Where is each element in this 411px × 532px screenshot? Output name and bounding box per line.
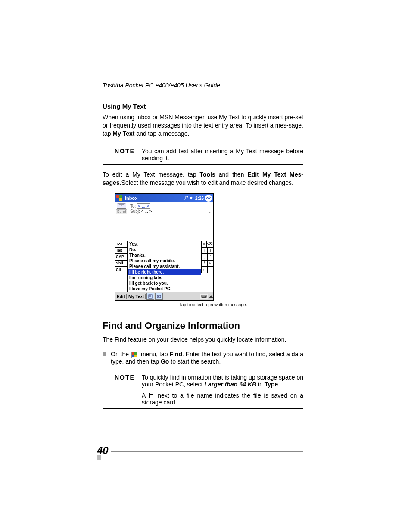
key[interactable]: [ <box>201 247 207 254</box>
address-icon[interactable] <box>155 293 163 300</box>
bold-go: Go <box>161 358 169 365</box>
note-p1: To quickly find information that is taki… <box>142 374 303 388</box>
callout-text: Tap to select a prewritten message. <box>179 302 303 307</box>
speaker-icon[interactable] <box>190 196 194 200</box>
bold-find: Find <box>169 351 182 358</box>
key[interactable]: ; <box>201 254 207 260</box>
section-title-find: Find and Organize Information <box>103 320 303 331</box>
note-p2: A next to a file name indicates the file… <box>142 392 303 406</box>
ok-button[interactable]: ok <box>205 195 212 202</box>
para-intro: When using Inbox or MSN Messenger, use M… <box>103 113 303 138</box>
bold-tools: Tools <box>199 171 215 178</box>
key-tab[interactable]: Tab <box>115 247 127 254</box>
mytext-item[interactable]: Please call my mobile. <box>128 258 201 264</box>
text: and then <box>215 171 248 178</box>
chevron-down-icon[interactable]: ⌄ <box>208 209 212 214</box>
key-cap[interactable]: CAP <box>115 254 127 260</box>
key-shift[interactable]: Shif <box>115 260 127 267</box>
start-flag-icon[interactable] <box>116 195 123 201</box>
key-right[interactable]: → <box>207 267 213 273</box>
doc-header: Toshiba Pocket PC e400/e405 User's Guide <box>103 82 303 90</box>
connectivity-icon[interactable] <box>183 196 188 200</box>
text: in <box>256 381 265 388</box>
mytext-popup: Yes. No. Thanks. Please call my mobile. … <box>127 241 201 292</box>
key-123[interactable]: 123 <box>115 241 127 247</box>
edit-menu[interactable]: Edit <box>115 294 127 299</box>
send-button[interactable]: Send <box>116 209 127 214</box>
storage-card-icon <box>149 393 153 398</box>
note-text: You can add text after inserting a My Te… <box>142 148 303 162</box>
text: menu, tap <box>139 351 169 358</box>
key-left[interactable]: ← <box>201 267 207 273</box>
key[interactable]: / <box>201 260 207 267</box>
footer-rule <box>111 451 303 452</box>
corner-square <box>97 455 101 460</box>
section-title-mytext: Using My Text <box>103 103 303 110</box>
to-field[interactable]: < ... > <box>137 203 150 209</box>
bold-type: Type <box>265 381 278 388</box>
text: to start the search. <box>169 358 221 365</box>
mytext-item[interactable]: I'll get back to you. <box>128 280 201 286</box>
sip-up-icon[interactable] <box>209 295 213 298</box>
key-ctl[interactable]: Ctl <box>115 267 127 273</box>
message-body[interactable] <box>115 215 213 241</box>
text: A <box>142 392 148 399</box>
text: On the <box>111 351 131 358</box>
ppc-status: 2:26 ok <box>183 195 212 202</box>
page-number: 40 <box>97 445 109 457</box>
mytext-item[interactable]: I love my Pocket PC! <box>128 286 201 292</box>
mytext-item[interactable]: Yes. <box>128 241 201 247</box>
key[interactable]: ] <box>207 247 213 254</box>
key-enter[interactable]: ↵ <box>207 260 213 267</box>
text: To edit a My Text message, tap <box>103 171 199 178</box>
find-intro: The Find feature on your device helps yo… <box>103 336 303 344</box>
bullet-find: On the menu, tap Find. Enter the text yo… <box>103 351 303 364</box>
mytext-menu[interactable]: My Text <box>127 294 146 299</box>
envelope-icon[interactable] <box>117 203 126 209</box>
pocketpc-screenshot: Inbox 2:26 ok Send To: < ... > <box>115 193 303 307</box>
attach-icon[interactable] <box>146 293 154 300</box>
mytext-item[interactable]: No. <box>128 247 201 252</box>
start-flag-icon <box>131 352 138 358</box>
key[interactable]: = <box>201 241 207 247</box>
bold-mytext: My Text <box>112 130 134 137</box>
mytext-item[interactable]: Please call my assistant. <box>128 264 201 269</box>
bold-italic-64kb: Larger than 64 KB <box>204 381 256 388</box>
note-box-1: NOTE You can add text after inserting a … <box>103 145 303 165</box>
svg-point-4 <box>158 296 159 297</box>
subj-label: Subj: <box>130 209 140 214</box>
sip-keyboard-icon[interactable]: ⌨ <box>200 294 208 299</box>
ppc-title-text: Inbox <box>125 196 183 201</box>
text: .Select the message you wish to edit and… <box>120 179 293 186</box>
clock-time: 2:26 <box>195 196 204 201</box>
mytext-item[interactable]: Thanks. <box>128 252 201 258</box>
mytext-item-selected[interactable]: I'll be right there. <box>128 269 201 275</box>
note-label: NOTE <box>103 374 142 406</box>
para-edit: To edit a My Text message, tap Tools and… <box>103 171 303 187</box>
key-backspace[interactable]: ⌫ <box>207 241 213 247</box>
text: next to a file name indicates the file i… <box>142 392 303 406</box>
bullet-icon <box>103 352 106 356</box>
text: . <box>278 381 280 388</box>
ppc-footer: Edit My Text ⌨ <box>115 292 213 300</box>
note-label: NOTE <box>103 148 142 162</box>
subj-field[interactable]: < ... > <box>141 209 152 214</box>
keyboard-left-column: 123 Tab CAP Shif Ctl <box>115 241 127 292</box>
text: and tap a message. <box>134 130 189 137</box>
keyboard-right-column: =⌫ [] ;' /↵ ←→ <box>201 241 213 292</box>
to-label: To: <box>130 204 136 208</box>
key[interactable]: ' <box>207 254 213 260</box>
mytext-item[interactable]: I'm running late. <box>128 275 201 280</box>
ppc-titlebar: Inbox 2:26 ok <box>115 194 213 202</box>
note-box-2: NOTE To quickly find information that is… <box>103 371 303 409</box>
